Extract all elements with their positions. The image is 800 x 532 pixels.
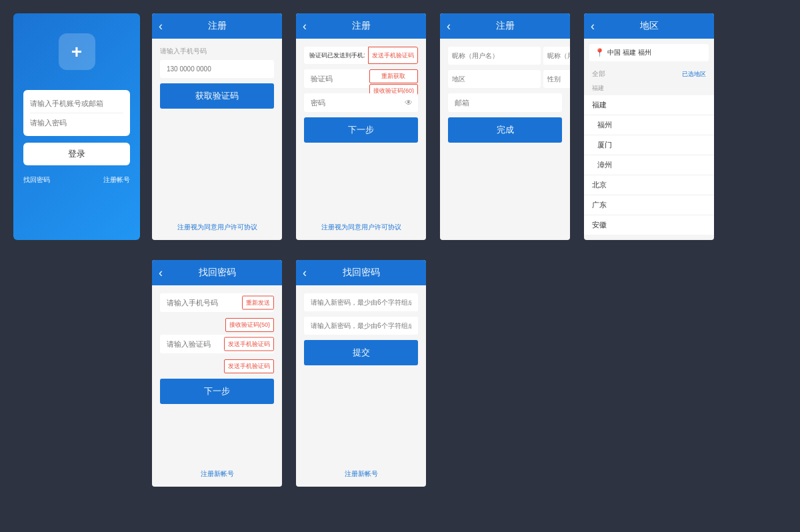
find-password-screen-2: ‹ 找回密码 提交 注册新帐号 bbox=[296, 260, 426, 487]
username-input[interactable] bbox=[30, 97, 123, 110]
register2-title: 注册 bbox=[352, 20, 371, 32]
current-location: 中国 福建 福州 bbox=[607, 48, 651, 57]
register-screen-3: ‹ 注册 完成 bbox=[440, 13, 570, 240]
get-code-button[interactable]: 获取验证码 bbox=[160, 83, 274, 109]
send-code-button[interactable]: 发送手机验证码 bbox=[368, 47, 418, 64]
area-item-xiamen[interactable]: 厦门 bbox=[584, 135, 714, 155]
login-links: 找回密码 注册帐号 bbox=[23, 175, 130, 185]
register2-header: ‹ 注册 bbox=[296, 13, 426, 39]
send-btn-fp1-2[interactable]: 发送手机验证码 bbox=[224, 359, 274, 373]
area-item-fuzhou[interactable]: 福州 bbox=[584, 115, 714, 135]
login-button[interactable]: 登录 bbox=[23, 143, 130, 165]
logo-icon: + bbox=[71, 41, 82, 63]
find-pw2-title: 找回密码 bbox=[343, 267, 380, 279]
back-button-fp2[interactable]: ‹ bbox=[303, 266, 307, 280]
register3-title: 注册 bbox=[496, 20, 515, 32]
register-link[interactable]: 注册帐号 bbox=[103, 175, 130, 185]
find-pw1-title: 找回密码 bbox=[199, 267, 236, 279]
next-button-1[interactable]: 下一步 bbox=[304, 117, 418, 143]
location-pin-icon: 📍 bbox=[595, 48, 605, 57]
register1-title: 注册 bbox=[208, 20, 227, 32]
back-button-2[interactable]: ‹ bbox=[303, 19, 307, 33]
all-label: 全部 bbox=[592, 69, 605, 79]
register2-bottom-link[interactable]: 注册视为同意用户许可协议 bbox=[304, 216, 418, 232]
send-btn-fp1[interactable]: 发送手机验证码 bbox=[224, 337, 274, 351]
register-screen-1: ‹ 注册 请输入手机号码 获取验证码 注册视为同意用户许可协议 bbox=[152, 13, 282, 240]
fp1-bottom-link[interactable]: 注册新帐号 bbox=[160, 463, 274, 479]
receive-code-fp1[interactable]: 接收验证码(50) bbox=[225, 318, 274, 332]
phone-label: 请输入手机号码 bbox=[160, 47, 274, 56]
password-input-2[interactable] bbox=[304, 93, 418, 112]
nickname-input-2[interactable] bbox=[543, 47, 570, 65]
area-item-anhui[interactable]: 安徽 bbox=[584, 215, 714, 235]
already-selected-label: 已选地区 bbox=[682, 70, 706, 79]
back-button-1[interactable]: ‹ bbox=[159, 19, 163, 33]
register1-bottom-link[interactable]: 注册视为同意用户许可协议 bbox=[160, 216, 274, 232]
next-button-fp1[interactable]: 下一步 bbox=[160, 379, 274, 404]
eye-icon[interactable]: 👁 bbox=[405, 98, 413, 107]
app-logo: + bbox=[59, 33, 95, 70]
area-search-bar[interactable]: 📍 中国 福建 福州 bbox=[589, 44, 709, 61]
area-input[interactable] bbox=[448, 70, 541, 88]
login-screen: + 登录 找回密码 注册帐号 bbox=[13, 13, 140, 240]
fp2-bottom-link[interactable]: 注册新帐号 bbox=[304, 463, 418, 479]
login-form bbox=[23, 90, 130, 136]
back-button-3[interactable]: ‹ bbox=[447, 19, 451, 33]
new-password-input[interactable] bbox=[304, 293, 418, 311]
register3-header: ‹ 注册 bbox=[440, 13, 570, 39]
password-input[interactable] bbox=[30, 116, 123, 129]
resend-button-fp1[interactable]: 重新发送 bbox=[242, 296, 274, 310]
nickname-input-1[interactable] bbox=[448, 47, 541, 65]
register1-header: ‹ 注册 bbox=[152, 13, 282, 39]
area-header: ‹ 地区 bbox=[584, 13, 714, 39]
email-input[interactable] bbox=[448, 93, 562, 112]
area-title: 地区 bbox=[640, 20, 659, 32]
submit-button[interactable]: 提交 bbox=[304, 340, 418, 365]
area-item-fujian[interactable]: 福建 bbox=[584, 95, 714, 115]
area-screen: ‹ 地区 📍 中国 福建 福州 全部 已选地区 福建 福建 福州 厦门 漳州 北… bbox=[584, 13, 714, 240]
phone-input-1[interactable] bbox=[160, 60, 274, 78]
back-button-fp1[interactable]: ‹ bbox=[159, 266, 163, 280]
fujian-header: 福建 bbox=[584, 81, 714, 95]
fujian-label: 福建 bbox=[592, 101, 607, 109]
back-button-area[interactable]: ‹ bbox=[591, 19, 595, 33]
find-pw2-header: ‹ 找回密码 bbox=[296, 260, 426, 285]
find-password-screen-1: ‹ 找回密码 重新发送 接收验证码(50) 发送手机验证码 发送手机验证码 下一… bbox=[152, 260, 282, 487]
area-item-zhangzhou[interactable]: 漳州 bbox=[584, 155, 714, 175]
find-pw1-header: ‹ 找回密码 bbox=[152, 260, 282, 285]
gender-input[interactable] bbox=[543, 70, 570, 88]
confirm-password-input[interactable] bbox=[304, 317, 418, 335]
area-item-beijing[interactable]: 北京 bbox=[584, 175, 714, 195]
register-screen-2: ‹ 注册 发送手机验证码 重新获取 接收验证码(60) 👁 下一步 bbox=[296, 13, 426, 240]
resend-button[interactable]: 重新获取 bbox=[369, 69, 418, 83]
complete-button[interactable]: 完成 bbox=[448, 117, 562, 143]
find-password-link[interactable]: 找回密码 bbox=[23, 175, 50, 185]
area-item-guangdong[interactable]: 广东 bbox=[584, 195, 714, 215]
